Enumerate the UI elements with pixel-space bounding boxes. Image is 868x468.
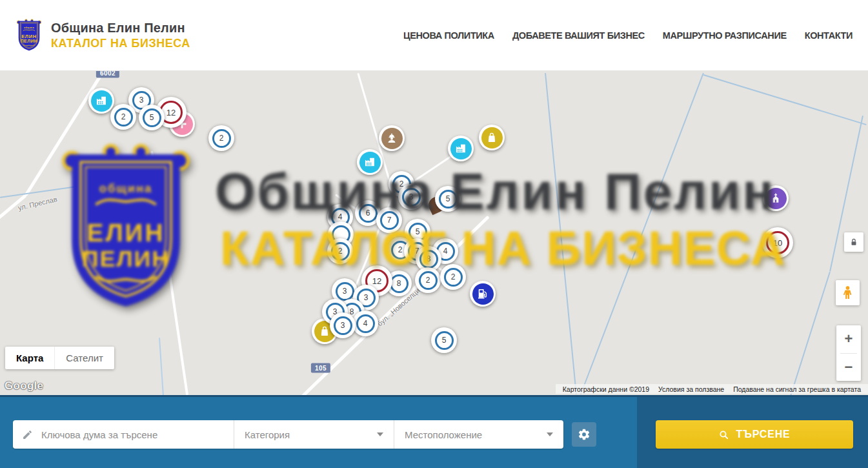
street-view-pegman[interactable]	[836, 280, 860, 305]
road-shield-label: 105	[311, 363, 330, 373]
cluster-marker[interactable]: 3	[398, 184, 424, 210]
cluster-count: 2	[338, 247, 343, 256]
pegman-icon	[840, 285, 856, 301]
cluster-count: 3	[343, 287, 347, 296]
google-logo[interactable]: Google	[5, 380, 43, 392]
nav-item[interactable]: ЦЕНОВА ПОЛИТИКА	[403, 30, 494, 41]
pin-church-marker[interactable]	[763, 185, 789, 211]
lock-icon	[849, 237, 859, 247]
map-road-line	[703, 74, 867, 125]
pin-factory-marker[interactable]	[88, 88, 114, 114]
attribution-link[interactable]: Подаване на сигнал за грешка в картата	[729, 385, 865, 393]
watermark-title: Община Елин Пелин	[215, 166, 776, 218]
cluster-marker[interactable]: 3	[330, 312, 356, 338]
cluster-marker[interactable]: 7	[376, 207, 402, 233]
road-shield-label: 6002	[96, 71, 119, 78]
svg-text:ПЕЛИН: ПЕЛИН	[21, 39, 38, 43]
cluster-count: 5	[150, 113, 154, 122]
zoom-in-button[interactable]: +	[836, 325, 861, 353]
cluster-marker[interactable]: 2	[327, 238, 353, 264]
cluster-marker[interactable]: 5	[431, 327, 457, 353]
attribution-text: Картографски данни ©2019	[558, 385, 654, 393]
cluster-count: 2	[398, 245, 403, 254]
municipality-crest-icon: община ЕЛИН ПЕЛИН	[15, 18, 43, 53]
zoom-out-button[interactable]: −	[836, 354, 861, 382]
cluster-count: 5	[446, 194, 450, 203]
zoom-control: + −	[836, 325, 861, 381]
chevron-down-icon	[377, 432, 383, 436]
cluster-count: 4	[338, 212, 343, 221]
cluster-marker[interactable]: 4	[352, 310, 378, 336]
map-attribution: Картографски данни ©2019Условия за ползв…	[556, 384, 868, 394]
cluster-marker[interactable]: 2	[415, 267, 441, 293]
map-road-line	[150, 151, 188, 395]
watermark-subtitle: КАТАЛОГ НА БИЗНЕСА	[220, 225, 786, 272]
cluster-marker[interactable]: 2	[110, 104, 136, 130]
nav-item[interactable]: КОНТАКТИ	[805, 30, 853, 41]
pin-factory-marker[interactable]	[357, 149, 383, 175]
satellite-view-button[interactable]: Сателит	[54, 347, 114, 369]
search-box: Категория Местоположение	[13, 420, 563, 449]
map-road-line	[790, 272, 831, 395]
nav-item[interactable]: ДОБАВЕТЕ ВАШИЯТ БИЗНЕС	[512, 30, 645, 41]
cluster-count: 2	[121, 112, 126, 121]
advanced-search-button[interactable]	[572, 422, 596, 447]
map-type-control: Карта Сателит	[5, 347, 114, 369]
search-button-label: ТЪРСЕНЕ	[736, 429, 790, 440]
cluster-count: 4	[443, 247, 448, 256]
cluster-count: 5	[416, 227, 420, 236]
pin-worker-marker[interactable]	[379, 125, 405, 151]
fuel-icon	[472, 283, 494, 305]
cluster-marker[interactable]: 2	[208, 125, 234, 151]
cluster-count: 3	[341, 321, 345, 330]
pin-fuel-marker[interactable]	[470, 281, 496, 307]
cluster-count: 2	[219, 134, 224, 143]
cluster-count: 8	[397, 279, 401, 288]
pin-factory-marker[interactable]	[448, 136, 474, 161]
map-view-button[interactable]: Карта	[5, 347, 54, 369]
cluster-count: 3	[139, 96, 144, 105]
page: община ЕЛИН ПЕЛИН Община Елин Пелин КАТА…	[0, 0, 868, 468]
brand-text: Община Елин Пелин КАТАЛОГ НА БИЗНЕСА	[51, 21, 190, 50]
cluster-count: 2	[451, 272, 456, 281]
cluster-count: 2	[426, 276, 430, 285]
pin-bag-marker[interactable]	[479, 125, 505, 150]
bag-icon	[481, 127, 503, 148]
location-select-label: Местоположение	[405, 429, 482, 440]
watermark-crest: община ЕЛИН ПЕЛИН	[57, 139, 195, 318]
main-nav: ЦЕНОВА ПОЛИТИКАДОБАВЕТЕ ВАШИЯТ БИЗНЕСМАР…	[403, 30, 853, 41]
map-canvas[interactable]: ул. Преславбул. „Новоселцици“60021051232…	[0, 71, 868, 395]
svg-text:ПЕЛИН: ПЕЛИН	[82, 245, 170, 272]
lock-control[interactable]	[844, 232, 863, 252]
cluster-count: 4	[363, 319, 368, 328]
pencil-icon	[22, 429, 33, 440]
worker-icon	[381, 128, 403, 149]
cluster-marker[interactable]: 10	[762, 227, 793, 258]
cluster-marker[interactable]: 2	[440, 264, 466, 290]
keyword-input[interactable]	[40, 429, 225, 441]
svg-text:община: община	[24, 26, 35, 28]
factory-icon	[359, 152, 381, 173]
cluster-count: 5	[442, 336, 447, 345]
category-select-label: Категория	[245, 429, 290, 440]
search-bar: Категория Местоположение ТЪРСЕНЕ	[0, 395, 868, 468]
category-select[interactable]: Категория	[234, 420, 394, 449]
header: община ЕЛИН ПЕЛИН Община Елин Пелин КАТА…	[0, 0, 868, 71]
brand-subtitle: КАТАЛОГ НА БИЗНЕСА	[51, 37, 190, 50]
cluster-count: 12	[372, 276, 381, 286]
cluster-marker[interactable]: 5	[139, 105, 165, 130]
cluster-marker[interactable]: 5	[435, 186, 461, 212]
attribution-link[interactable]: Условия за ползване	[654, 385, 729, 393]
map-road-line	[545, 73, 577, 394]
factory-icon	[450, 138, 472, 159]
location-select[interactable]: Местоположение	[394, 420, 563, 449]
keyword-field	[13, 420, 234, 449]
brand-logo[interactable]: община ЕЛИН ПЕЛИН Община Елин Пелин КАТА…	[15, 18, 190, 53]
cluster-count: 10	[773, 238, 782, 248]
search-button[interactable]: ТЪРСЕНЕ	[656, 420, 853, 449]
map-road-line	[580, 73, 704, 395]
church-icon	[765, 188, 787, 209]
svg-text:община: община	[99, 181, 153, 195]
nav-item[interactable]: МАРШРУТНО РАЗПИСАНИЕ	[663, 30, 787, 41]
gear-icon	[578, 428, 590, 441]
